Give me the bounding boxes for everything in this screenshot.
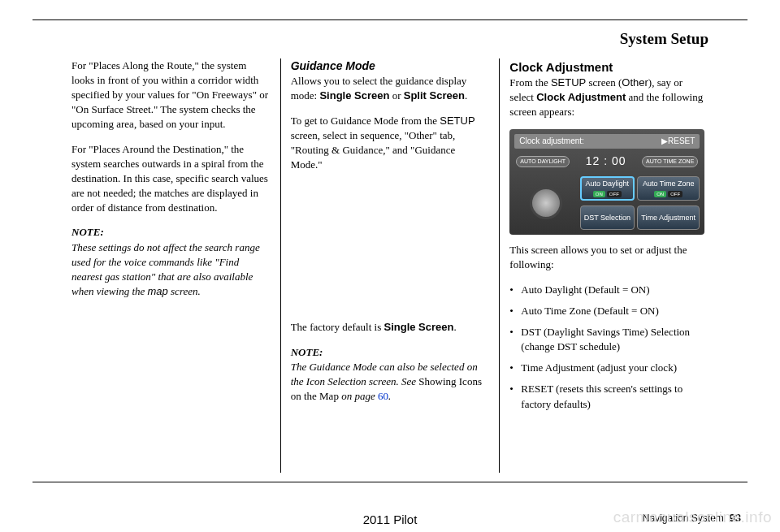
paragraph: For "Places Along the Route," the system…	[72, 58, 271, 132]
page-link: 60	[378, 390, 388, 402]
off-label: OFF	[668, 191, 682, 197]
spacer	[291, 182, 490, 320]
text-part: screen, select in sequence, "Other" tab,…	[291, 129, 456, 171]
text-part: To get to Guidance Mode from the	[291, 115, 440, 127]
paragraph: The factory default is Single Screen.	[291, 320, 490, 335]
clock-time-row: AUTO DAYLIGHT 12 : 00 AUTO TIME ZONE	[516, 154, 698, 170]
note-block: NOTE: These settings do not affect the s…	[72, 225, 271, 299]
note-block: NOTE: The Guidance Mode can also be sele…	[291, 345, 490, 404]
list-item: RESET (resets this screen's settings to …	[509, 382, 708, 411]
list-item: Time Adjustment (adjust your clock)	[509, 361, 708, 375]
paragraph: For "Places Around the Destination," the…	[72, 142, 271, 216]
text-part: screen (	[586, 76, 622, 89]
single-screen-label: Single Screen	[384, 321, 453, 333]
clock-title: Clock adjustment:	[519, 136, 583, 147]
on-off-toggle: ONOFF	[585, 191, 630, 197]
paragraph: This screen allows you to set or adjust …	[509, 243, 708, 272]
setup-label: SETUP	[551, 76, 586, 89]
button-label: DST Selection	[584, 213, 630, 223]
setup-label: SETUP	[440, 115, 474, 127]
note-text: The Guidance Mode can also be selected o…	[291, 361, 482, 402]
dial-icon	[530, 187, 562, 219]
time-adjustment-button: Time Adjustment	[637, 205, 700, 230]
text-part: .	[453, 321, 456, 333]
note-label: NOTE:	[291, 346, 323, 358]
clock-button-grid: Auto Daylight ONOFF Auto Time Zone ONOFF…	[514, 175, 700, 231]
split-screen-label: Split Screen	[404, 89, 465, 102]
on-label: ON	[593, 191, 605, 197]
single-screen-label: Single Screen	[319, 89, 389, 102]
off-label: OFF	[607, 191, 622, 197]
text-part: or	[389, 89, 403, 102]
map-word: map	[148, 285, 168, 297]
text-part: From the	[509, 76, 551, 89]
list-item: DST (Daylight Savings Time) Selection (c…	[509, 325, 708, 354]
note-text-part: on page	[339, 390, 378, 402]
auto-timezone-pill: AUTO TIME ZONE	[642, 156, 698, 167]
paragraph: To get to Guidance Mode from the SETUP s…	[291, 114, 490, 173]
auto-daylight-pill: AUTO DAYLIGHT	[516, 156, 570, 167]
column-3: Clock Adjustment From the SETUP screen (…	[500, 58, 708, 473]
note-text-part: .	[388, 390, 391, 402]
clock-header: Clock adjustment: ▶RESET	[514, 134, 700, 149]
page-title: System Setup	[72, 28, 708, 50]
button-label: Time Adjustment	[641, 213, 696, 223]
auto-daylight-button: Auto Daylight ONOFF	[580, 176, 635, 201]
clock-adjustment-heading: Clock Adjustment	[509, 58, 708, 76]
note-label: NOTE:	[72, 226, 104, 238]
column-2: Guidance Mode Allows you to select the g…	[280, 58, 500, 473]
button-label: Auto Time Zone	[641, 179, 696, 189]
clock-screen-image: Clock adjustment: ▶RESET AUTO DAYLIGHT 1…	[509, 129, 704, 235]
footer-model-year: 2011 Pilot	[363, 511, 418, 528]
manual-page: System Setup For "Places Along the Route…	[32, 19, 748, 482]
auto-timezone-button: Auto Time Zone ONOFF	[637, 176, 700, 201]
text-part: .	[465, 89, 467, 102]
text-part: The factory default is	[291, 321, 384, 333]
feature-list: Auto Daylight (Default = ON) Auto Time Z…	[509, 283, 708, 412]
content-columns: For "Places Along the Route," the system…	[72, 58, 708, 473]
on-off-toggle: ONOFF	[641, 191, 696, 197]
note-text: These settings do not affect the search …	[72, 241, 260, 298]
paragraph: Allows you to select the guidance displa…	[291, 74, 490, 103]
dst-selection-button: DST Selection	[580, 205, 635, 230]
clock-time: 12 : 00	[586, 154, 626, 170]
other-label: Other	[622, 76, 648, 89]
watermark: carmanualsonline.info	[613, 507, 772, 529]
column-1: For "Places Along the Route," the system…	[72, 58, 280, 473]
list-item: Auto Daylight (Default = ON)	[509, 283, 708, 297]
list-item: Auto Time Zone (Default = ON)	[509, 304, 708, 318]
guidance-mode-heading: Guidance Mode	[291, 58, 490, 75]
paragraph: From the SETUP screen (Other), say or se…	[509, 76, 708, 120]
reset-label: ▶RESET	[661, 136, 695, 147]
button-label: Auto Daylight	[585, 179, 630, 189]
clock-adjustment-label: Clock Adjustment	[536, 91, 626, 103]
note-text-part: screen.	[168, 285, 201, 297]
on-label: ON	[654, 191, 666, 197]
